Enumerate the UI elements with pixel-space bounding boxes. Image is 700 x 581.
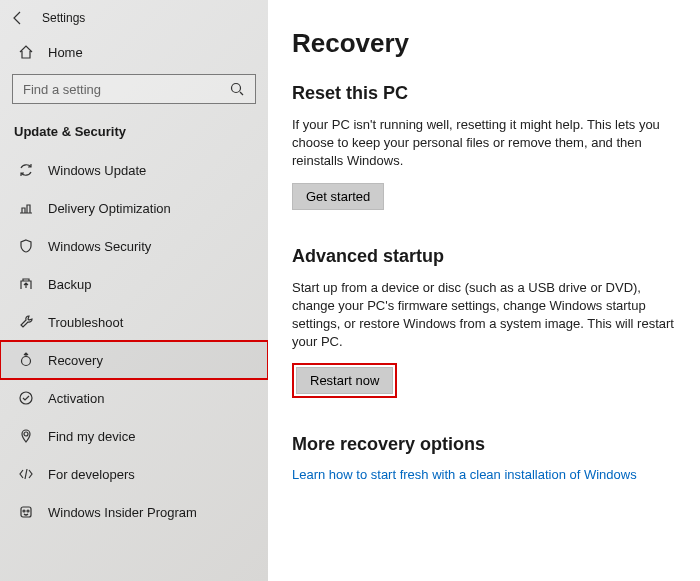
insider-icon bbox=[18, 504, 34, 520]
wrench-icon bbox=[18, 314, 34, 330]
window-title: Settings bbox=[42, 11, 85, 25]
sidebar-item-delivery-optimization[interactable]: Delivery Optimization bbox=[0, 189, 268, 227]
sidebar-item-backup[interactable]: Backup bbox=[0, 265, 268, 303]
recovery-icon bbox=[18, 352, 34, 368]
sidebar-item-label: Backup bbox=[48, 277, 91, 292]
sidebar: Settings Home Update & Security Windows … bbox=[0, 0, 268, 581]
search-box[interactable] bbox=[12, 74, 256, 104]
restart-highlight: Restart now bbox=[292, 363, 397, 398]
sidebar-item-windows-update[interactable]: Windows Update bbox=[0, 151, 268, 189]
home-button[interactable]: Home bbox=[0, 34, 268, 70]
location-icon bbox=[18, 428, 34, 444]
sidebar-item-label: Troubleshoot bbox=[48, 315, 123, 330]
page-title: Recovery bbox=[292, 28, 680, 59]
sidebar-item-label: Recovery bbox=[48, 353, 103, 368]
svg-point-1 bbox=[22, 357, 31, 366]
advanced-body: Start up from a device or disc (such as … bbox=[292, 279, 680, 352]
sidebar-item-label: Windows Security bbox=[48, 239, 151, 254]
svg-point-2 bbox=[20, 392, 32, 404]
check-circle-icon bbox=[18, 390, 34, 406]
search-icon bbox=[229, 81, 245, 97]
fresh-start-link[interactable]: Learn how to start fresh with a clean in… bbox=[292, 467, 680, 482]
svg-point-3 bbox=[24, 432, 28, 436]
title-row: Settings bbox=[0, 6, 268, 34]
backup-icon bbox=[18, 276, 34, 292]
get-started-button[interactable]: Get started bbox=[292, 183, 384, 210]
sidebar-item-recovery[interactable]: Recovery bbox=[0, 341, 268, 379]
delivery-icon bbox=[18, 200, 34, 216]
search-wrap bbox=[0, 70, 268, 114]
home-icon bbox=[18, 44, 34, 60]
sidebar-item-activation[interactable]: Activation bbox=[0, 379, 268, 417]
shield-icon bbox=[18, 238, 34, 254]
home-label: Home bbox=[48, 45, 83, 60]
reset-body: If your PC isn't running well, resetting… bbox=[292, 116, 680, 171]
svg-point-0 bbox=[232, 84, 241, 93]
reset-heading: Reset this PC bbox=[292, 83, 680, 104]
sidebar-item-find-my-device[interactable]: Find my device bbox=[0, 417, 268, 455]
main-content: Recovery Reset this PC If your PC isn't … bbox=[268, 0, 700, 581]
sidebar-item-label: For developers bbox=[48, 467, 135, 482]
sidebar-item-for-developers[interactable]: For developers bbox=[0, 455, 268, 493]
sidebar-item-windows-insider[interactable]: Windows Insider Program bbox=[0, 493, 268, 531]
svg-point-6 bbox=[27, 510, 29, 512]
sidebar-item-label: Delivery Optimization bbox=[48, 201, 171, 216]
code-icon bbox=[18, 466, 34, 482]
advanced-heading: Advanced startup bbox=[292, 246, 680, 267]
nav-list: Windows Update Delivery Optimization Win… bbox=[0, 151, 268, 581]
sidebar-item-label: Find my device bbox=[48, 429, 135, 444]
back-icon[interactable] bbox=[10, 10, 26, 26]
sync-icon bbox=[18, 162, 34, 178]
sidebar-item-troubleshoot[interactable]: Troubleshoot bbox=[0, 303, 268, 341]
svg-point-5 bbox=[23, 510, 25, 512]
sidebar-item-label: Activation bbox=[48, 391, 104, 406]
sidebar-item-label: Windows Insider Program bbox=[48, 505, 197, 520]
restart-now-button[interactable]: Restart now bbox=[296, 367, 393, 394]
sidebar-item-label: Windows Update bbox=[48, 163, 146, 178]
section-label: Update & Security bbox=[0, 114, 268, 151]
sidebar-item-windows-security[interactable]: Windows Security bbox=[0, 227, 268, 265]
more-heading: More recovery options bbox=[292, 434, 680, 455]
search-input[interactable] bbox=[23, 82, 229, 97]
